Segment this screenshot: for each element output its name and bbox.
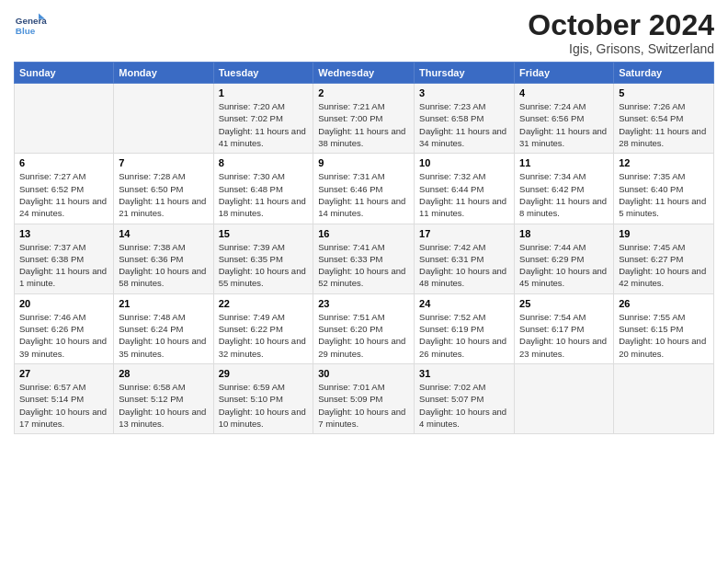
calendar-cell: 24Sunrise: 7:52 AM Sunset: 6:19 PM Dayli… (415, 293, 515, 363)
day-content: Sunrise: 7:32 AM Sunset: 6:44 PM Dayligh… (419, 170, 509, 219)
day-content: Sunrise: 7:51 AM Sunset: 6:20 PM Dayligh… (318, 311, 409, 360)
day-number: 10 (419, 157, 509, 168)
week-row-5: 27Sunrise: 6:57 AM Sunset: 5:14 PM Dayli… (15, 363, 714, 433)
day-content: Sunrise: 7:34 AM Sunset: 6:42 PM Dayligh… (519, 170, 609, 219)
calendar-cell: 21Sunrise: 7:48 AM Sunset: 6:24 PM Dayli… (114, 293, 213, 363)
day-content: Sunrise: 7:49 AM Sunset: 6:22 PM Dayligh… (219, 311, 309, 360)
calendar-cell: 4Sunrise: 7:24 AM Sunset: 6:56 PM Daylig… (515, 84, 614, 154)
day-content: Sunrise: 7:55 AM Sunset: 6:15 PM Dayligh… (619, 311, 709, 360)
day-number: 11 (519, 157, 609, 168)
day-content: Sunrise: 7:02 AM Sunset: 5:07 PM Dayligh… (419, 381, 509, 430)
main-container: General Blue October 2024 Igis, Grisons,… (0, 0, 728, 439)
week-row-2: 6Sunrise: 7:27 AM Sunset: 6:52 PM Daylig… (15, 154, 714, 224)
day-number: 26 (619, 298, 709, 309)
day-number: 25 (519, 298, 609, 309)
day-content: Sunrise: 7:01 AM Sunset: 5:09 PM Dayligh… (318, 381, 409, 430)
day-content: Sunrise: 7:31 AM Sunset: 6:46 PM Dayligh… (318, 170, 409, 219)
calendar-cell: 31Sunrise: 7:02 AM Sunset: 5:07 PM Dayli… (415, 363, 515, 433)
day-content: Sunrise: 7:30 AM Sunset: 6:48 PM Dayligh… (219, 170, 309, 219)
day-number: 21 (119, 298, 208, 309)
calendar-cell: 15Sunrise: 7:39 AM Sunset: 6:35 PM Dayli… (213, 224, 313, 293)
day-content: Sunrise: 7:41 AM Sunset: 6:33 PM Dayligh… (318, 241, 409, 290)
logo: General Blue (14, 9, 51, 42)
weekday-header-saturday: Saturday (614, 63, 714, 84)
day-number: 30 (318, 368, 409, 379)
day-number: 3 (419, 87, 509, 98)
day-number: 2 (318, 87, 409, 98)
day-content: Sunrise: 7:45 AM Sunset: 6:27 PM Dayligh… (619, 241, 709, 290)
weekday-header-row: SundayMondayTuesdayWednesdayThursdayFrid… (15, 63, 714, 84)
day-number: 20 (19, 298, 108, 309)
calendar-cell (114, 84, 213, 154)
day-content: Sunrise: 7:27 AM Sunset: 6:52 PM Dayligh… (19, 170, 108, 219)
calendar-cell: 25Sunrise: 7:54 AM Sunset: 6:17 PM Dayli… (515, 293, 614, 363)
calendar-cell: 7Sunrise: 7:28 AM Sunset: 6:50 PM Daylig… (114, 154, 213, 224)
calendar-cell: 28Sunrise: 6:58 AM Sunset: 5:12 PM Dayli… (114, 363, 213, 433)
calendar-cell: 13Sunrise: 7:37 AM Sunset: 6:38 PM Dayli… (15, 224, 114, 293)
logo-icon: General Blue (14, 9, 47, 42)
week-row-1: 1Sunrise: 7:20 AM Sunset: 7:02 PM Daylig… (15, 84, 714, 154)
calendar-cell: 29Sunrise: 6:59 AM Sunset: 5:10 PM Dayli… (213, 363, 313, 433)
day-content: Sunrise: 7:21 AM Sunset: 7:00 PM Dayligh… (318, 100, 409, 149)
calendar-header: SundayMondayTuesdayWednesdayThursdayFrid… (15, 63, 714, 84)
calendar-cell: 9Sunrise: 7:31 AM Sunset: 6:46 PM Daylig… (313, 154, 415, 224)
day-number: 17 (419, 228, 509, 239)
day-number: 8 (219, 157, 309, 168)
weekday-header-tuesday: Tuesday (213, 63, 313, 84)
calendar-cell: 20Sunrise: 7:46 AM Sunset: 6:26 PM Dayli… (15, 293, 114, 363)
day-number: 6 (19, 157, 108, 168)
day-content: Sunrise: 7:28 AM Sunset: 6:50 PM Dayligh… (119, 170, 208, 219)
day-number: 9 (318, 157, 409, 168)
calendar-cell: 26Sunrise: 7:55 AM Sunset: 6:15 PM Dayli… (614, 293, 714, 363)
day-number: 1 (219, 87, 309, 98)
calendar-cell: 10Sunrise: 7:32 AM Sunset: 6:44 PM Dayli… (415, 154, 515, 224)
day-content: Sunrise: 7:54 AM Sunset: 6:17 PM Dayligh… (519, 311, 609, 360)
calendar-cell (515, 363, 614, 433)
day-number: 29 (219, 368, 309, 379)
day-number: 14 (119, 228, 208, 239)
header: General Blue October 2024 Igis, Grisons,… (14, 9, 714, 56)
calendar-cell: 12Sunrise: 7:35 AM Sunset: 6:40 PM Dayli… (614, 154, 714, 224)
day-number: 24 (419, 298, 509, 309)
week-row-4: 20Sunrise: 7:46 AM Sunset: 6:26 PM Dayli… (15, 293, 714, 363)
day-content: Sunrise: 7:35 AM Sunset: 6:40 PM Dayligh… (619, 170, 709, 219)
calendar-cell: 18Sunrise: 7:44 AM Sunset: 6:29 PM Dayli… (515, 224, 614, 293)
calendar-body: 1Sunrise: 7:20 AM Sunset: 7:02 PM Daylig… (15, 84, 714, 434)
calendar-cell (614, 363, 714, 433)
day-number: 27 (19, 368, 108, 379)
day-content: Sunrise: 7:52 AM Sunset: 6:19 PM Dayligh… (419, 311, 509, 360)
day-content: Sunrise: 7:44 AM Sunset: 6:29 PM Dayligh… (519, 241, 609, 290)
day-content: Sunrise: 7:39 AM Sunset: 6:35 PM Dayligh… (219, 241, 309, 290)
calendar-cell: 8Sunrise: 7:30 AM Sunset: 6:48 PM Daylig… (213, 154, 313, 224)
day-number: 31 (419, 368, 509, 379)
day-number: 22 (219, 298, 309, 309)
calendar-cell (15, 84, 114, 154)
day-content: Sunrise: 7:23 AM Sunset: 6:58 PM Dayligh… (419, 100, 509, 149)
day-number: 23 (318, 298, 409, 309)
day-content: Sunrise: 7:26 AM Sunset: 6:54 PM Dayligh… (619, 100, 709, 149)
weekday-header-monday: Monday (114, 63, 213, 84)
title-block: October 2024 Igis, Grisons, Switzerland (528, 9, 714, 56)
day-content: Sunrise: 7:24 AM Sunset: 6:56 PM Dayligh… (519, 100, 609, 149)
calendar-cell: 17Sunrise: 7:42 AM Sunset: 6:31 PM Dayli… (415, 224, 515, 293)
day-number: 7 (119, 157, 208, 168)
day-number: 16 (318, 228, 409, 239)
calendar-cell: 27Sunrise: 6:57 AM Sunset: 5:14 PM Dayli… (15, 363, 114, 433)
day-content: Sunrise: 7:46 AM Sunset: 6:26 PM Dayligh… (19, 311, 108, 360)
weekday-header-friday: Friday (515, 63, 614, 84)
day-number: 13 (19, 228, 108, 239)
day-number: 19 (619, 228, 709, 239)
calendar-cell: 11Sunrise: 7:34 AM Sunset: 6:42 PM Dayli… (515, 154, 614, 224)
calendar-cell: 30Sunrise: 7:01 AM Sunset: 5:09 PM Dayli… (313, 363, 415, 433)
month-title: October 2024 (528, 9, 714, 41)
day-content: Sunrise: 7:20 AM Sunset: 7:02 PM Dayligh… (219, 100, 309, 149)
day-number: 28 (119, 368, 208, 379)
calendar-cell: 19Sunrise: 7:45 AM Sunset: 6:27 PM Dayli… (614, 224, 714, 293)
day-content: Sunrise: 7:48 AM Sunset: 6:24 PM Dayligh… (119, 311, 208, 360)
location-title: Igis, Grisons, Switzerland (528, 41, 714, 56)
day-number: 4 (519, 87, 609, 98)
calendar-cell: 23Sunrise: 7:51 AM Sunset: 6:20 PM Dayli… (313, 293, 415, 363)
day-content: Sunrise: 7:38 AM Sunset: 6:36 PM Dayligh… (119, 241, 208, 290)
svg-text:Blue: Blue (16, 26, 36, 36)
day-number: 5 (619, 87, 709, 98)
